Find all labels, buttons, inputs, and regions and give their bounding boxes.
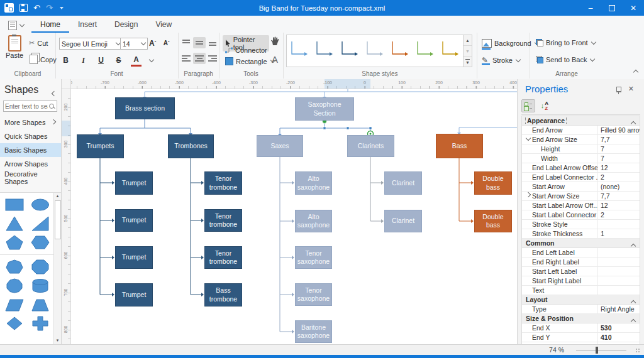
property-row[interactable]: End Arrow Size7,7 (522, 135, 640, 144)
diagram-node[interactable]: Bass trombone (204, 283, 242, 306)
property-row[interactable]: Width7 (522, 154, 640, 163)
shape-rectangle[interactable] (5, 197, 24, 213)
zoom-slider-thumb[interactable] (596, 347, 598, 354)
shape-nonagon[interactable] (5, 278, 24, 294)
property-row[interactable]: Start Arrow Size7,7 (522, 192, 640, 201)
diagram-node[interactable]: Trombones (168, 134, 214, 158)
diagram-node[interactable]: Tenor saxophone (295, 283, 332, 306)
align-left-button[interactable] (180, 53, 192, 64)
property-value[interactable] (597, 220, 640, 229)
property-row[interactable]: Text (522, 286, 640, 295)
ribbon-collapse-button[interactable] (633, 65, 638, 77)
copy-button[interactable]: Copy (26, 54, 59, 65)
property-row[interactable]: Start Right Label (522, 276, 640, 286)
search-input[interactable] (4, 103, 49, 110)
gallery-scroll-up-button[interactable]: ▲ (464, 35, 472, 46)
font-color-button[interactable]: A (131, 54, 142, 67)
align-center-button[interactable] (193, 53, 206, 64)
rectangle-tool-button[interactable]: Rectangle (223, 57, 277, 66)
shape-style-item[interactable] (438, 35, 463, 63)
stroke-button[interactable]: ✎ Stroke (479, 55, 523, 65)
shape-octagon[interactable] (31, 259, 50, 275)
connector-tool-button[interactable]: Connector (223, 46, 270, 55)
shape-diamond[interactable] (5, 315, 24, 332)
gallery-scroll-down-button[interactable]: ▼ (464, 46, 472, 57)
diagram-node[interactable]: Saxophone Section (295, 97, 354, 121)
property-row[interactable]: End Y410 (522, 333, 640, 342)
property-value[interactable]: 530 (597, 323, 640, 332)
italic-button[interactable]: I (78, 55, 89, 66)
shapes-search-box[interactable] (3, 100, 57, 112)
scroll-down-icon[interactable]: ▼ (54, 337, 61, 344)
cut-button[interactable]: ✂Cut (26, 38, 50, 48)
category-quick-shapes[interactable]: Quick Shapes (0, 129, 61, 143)
sort-az-button[interactable]: ↓AZ (538, 99, 552, 112)
connector-point-marker[interactable] (369, 127, 372, 129)
property-row[interactable]: End Left Label (522, 248, 640, 258)
align-bottom-button[interactable] (206, 37, 219, 48)
property-value[interactable]: 1 (597, 229, 640, 238)
property-group-row[interactable]: Appearance (522, 116, 640, 126)
send-to-back-button[interactable]: Send to Back (533, 55, 597, 64)
scrollbar-thumb[interactable] (55, 200, 61, 239)
diagram-canvas[interactable]: Brass sectionSaxophone SectionTrumpetsTr… (71, 89, 517, 344)
shape-hexagon[interactable] (31, 234, 50, 251)
resize-grip-icon[interactable] (635, 348, 640, 353)
diagram-node[interactable]: Clarinets (347, 135, 394, 157)
property-row[interactable]: End Label Arrow Offset12 (522, 163, 640, 173)
property-value[interactable]: 7 (597, 154, 640, 163)
property-row[interactable]: Start Left Label (522, 267, 640, 276)
font-size-combo[interactable]: 14 (120, 38, 148, 50)
shape-heptagon[interactable] (5, 259, 24, 275)
shape-style-item[interactable] (362, 35, 387, 63)
property-value[interactable] (597, 248, 640, 257)
tab-design[interactable]: Design (106, 18, 147, 33)
property-value[interactable]: Filled 90 arrow (597, 126, 640, 134)
shape-trapezoid[interactable] (31, 296, 50, 313)
diagram-node[interactable]: Trumpet (115, 209, 153, 232)
property-row[interactable]: End Label Connector ...2 (522, 173, 640, 182)
align-right-button[interactable] (206, 53, 219, 64)
pan-tool-button[interactable] (270, 36, 279, 46)
property-value[interactable] (597, 276, 640, 285)
tab-insert[interactable]: Insert (69, 18, 106, 33)
property-row[interactable]: Start Arrow(none) (522, 182, 640, 192)
strikethrough-button[interactable]: S (113, 55, 124, 66)
property-row[interactable]: Stroke Style (522, 220, 640, 229)
align-middle-button[interactable] (193, 37, 206, 48)
file-menu-button[interactable] (5, 19, 26, 31)
scroll-up-icon[interactable]: ▲ (54, 193, 61, 200)
diagram-node[interactable]: Trumpets (77, 134, 124, 158)
bold-button[interactable]: B (60, 55, 71, 66)
shape-style-item[interactable] (337, 35, 362, 63)
property-row[interactable]: TypeRight Angle (522, 305, 640, 314)
category-basic-shapes[interactable]: Basic Shapes (0, 143, 61, 157)
diagram-node[interactable]: Tenor trombone (204, 171, 242, 195)
property-value[interactable] (597, 267, 640, 276)
connector-point-marker[interactable] (323, 127, 326, 129)
maximize-button[interactable] (601, 0, 623, 16)
property-value[interactable]: 12 (597, 201, 640, 210)
diagram-node[interactable]: Alto saxophone (295, 171, 332, 195)
chevron-down-icon[interactable] (149, 57, 154, 62)
shape-right-triangle[interactable] (31, 215, 50, 232)
align-top-button[interactable] (180, 37, 192, 48)
text-tool-button[interactable]: A (272, 54, 278, 65)
close-button[interactable]: ✕ (623, 0, 644, 16)
properties-close-button[interactable]: ✕ (628, 85, 634, 93)
paste-button[interactable]: Paste (4, 35, 25, 68)
diagram-node[interactable]: Baritone saxophone (295, 320, 332, 343)
diagram-node[interactable]: Clarinet (384, 210, 422, 232)
font-family-combo[interactable]: Segoe UI Emoji (59, 38, 123, 50)
shape-style-item[interactable] (287, 35, 312, 63)
shape-triangle[interactable] (5, 215, 24, 232)
diagram-node[interactable]: Double bass (474, 210, 512, 232)
property-group-row[interactable]: Layout (522, 295, 640, 305)
property-group-row[interactable]: Common (522, 239, 640, 248)
property-value[interactable]: (none) (597, 182, 640, 191)
property-value[interactable]: 12 (597, 163, 640, 172)
tab-home[interactable]: Home (31, 18, 69, 33)
diagram-node[interactable]: Clarinet (384, 171, 422, 195)
property-row[interactable]: Height7 (522, 144, 640, 154)
property-value[interactable]: 7 (597, 144, 640, 153)
